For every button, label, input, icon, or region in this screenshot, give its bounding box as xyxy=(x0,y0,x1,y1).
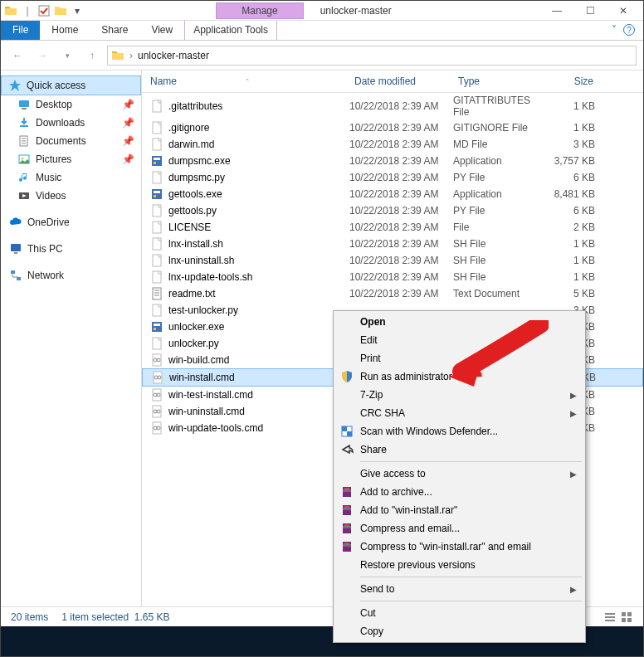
tab-application-tools[interactable]: Application Tools xyxy=(184,21,277,40)
file-row[interactable]: .gitattributes10/22/2018 2:39 AMGITATTRI… xyxy=(142,93,643,119)
file-row[interactable]: lnx-install.sh10/22/2018 2:39 AMSH File1… xyxy=(142,236,643,252)
defender-icon xyxy=(340,425,354,438)
file-row[interactable]: LICENSE10/22/2018 2:39 AMFile2 KB xyxy=(142,219,643,236)
file-row[interactable]: gettools.exe10/22/2018 2:39 AMApplicatio… xyxy=(142,186,643,202)
column-header-size[interactable]: Size xyxy=(549,75,598,87)
file-row[interactable]: lnx-update-tools.sh10/22/2018 2:39 AMSH … xyxy=(142,269,643,285)
file-icon xyxy=(151,371,164,384)
svg-rect-27 xyxy=(153,288,161,299)
context-menu-item[interactable]: Add to archive... xyxy=(335,483,583,501)
sidebar-item-videos[interactable]: Videos xyxy=(1,187,141,205)
sidebar-item-this-pc[interactable]: This PC xyxy=(1,240,141,258)
file-name: win-build.cmd xyxy=(168,354,229,366)
sidebar-item-desktop[interactable]: Desktop📌 xyxy=(1,95,141,114)
context-menu-label: Cut xyxy=(360,607,376,619)
file-row[interactable]: dumpsmc.py10/22/2018 2:39 AMPY File6 KB xyxy=(142,169,643,186)
context-menu-item[interactable]: Send to▶ xyxy=(335,580,583,598)
context-menu-item[interactable]: Edit xyxy=(335,331,583,349)
file-row[interactable]: dumpsmc.exe10/22/2018 2:39 AMApplication… xyxy=(142,153,643,169)
column-header-date[interactable]: Date modified xyxy=(349,75,453,87)
file-icon xyxy=(150,204,163,217)
window-title: unlocker-master xyxy=(304,5,408,17)
help-icon[interactable]: ? xyxy=(623,24,635,36)
maximize-button[interactable]: ☐ xyxy=(573,5,607,17)
file-icon xyxy=(150,388,163,402)
file-icon xyxy=(150,121,163,134)
context-menu-item[interactable]: Scan with Windows Defender... xyxy=(335,422,583,440)
file-tab[interactable]: File xyxy=(1,21,40,40)
file-name: dumpsmc.py xyxy=(168,172,225,183)
svg-rect-22 xyxy=(153,205,161,217)
tab-home[interactable]: Home xyxy=(40,21,90,40)
qat-dropdown-icon[interactable]: ▾ xyxy=(71,4,84,17)
submenu-arrow-icon: ▶ xyxy=(570,585,577,594)
file-name: readme.txt xyxy=(168,288,216,299)
context-menu-item[interactable]: Restore previous versions xyxy=(335,556,583,574)
context-menu-item[interactable]: Share xyxy=(335,440,583,459)
context-menu-item[interactable]: 7-Zip▶ xyxy=(335,386,583,404)
column-header-type[interactable]: Type xyxy=(453,75,549,87)
svg-rect-31 xyxy=(154,328,156,330)
icons-view-button[interactable] xyxy=(620,611,633,624)
breadcrumb[interactable]: unlocker-master xyxy=(138,50,209,61)
sidebar-item-downloads[interactable]: Downloads📌 xyxy=(1,114,141,132)
context-menu-item[interactable]: Cut xyxy=(335,604,583,622)
file-row[interactable]: darwin.md10/22/2018 2:39 AMMD File3 KB xyxy=(142,136,643,153)
close-button[interactable]: ✕ xyxy=(607,5,640,17)
forward-button[interactable]: → xyxy=(32,46,52,66)
address-bar[interactable]: › unlocker-master xyxy=(107,46,637,66)
context-menu-item[interactable]: CRC SHA▶ xyxy=(335,404,583,422)
svg-rect-28 xyxy=(153,304,161,316)
file-name: unlocker.exe xyxy=(168,321,224,333)
tab-share[interactable]: Share xyxy=(90,21,139,40)
file-row[interactable]: gettools.py10/22/2018 2:39 AMPY File6 KB xyxy=(142,202,643,219)
svg-rect-65 xyxy=(344,506,349,508)
file-row[interactable]: readme.txt10/22/2018 2:39 AMText Documen… xyxy=(142,285,643,302)
file-type: Application xyxy=(453,155,549,167)
context-menu-label: Compress and email... xyxy=(360,523,460,534)
file-name: unlocker.py xyxy=(168,338,219,349)
folder-icon[interactable] xyxy=(54,4,67,17)
svg-rect-53 xyxy=(622,618,626,622)
back-button[interactable]: ← xyxy=(7,46,27,66)
file-row[interactable]: .gitignore10/22/2018 2:39 AMGITIGNORE Fi… xyxy=(142,119,643,136)
context-menu-item[interactable]: Run as administrator xyxy=(335,367,583,386)
breadcrumb-separator-icon[interactable]: › xyxy=(129,50,133,61)
minimize-button[interactable]: — xyxy=(540,5,573,17)
file-icon xyxy=(150,187,163,201)
rar-icon xyxy=(340,540,354,553)
context-menu-item[interactable]: Add to "win-install.rar" xyxy=(335,501,583,519)
column-header-name[interactable]: Name ˄ xyxy=(142,75,349,87)
sidebar-item-quick-access[interactable]: Quick access xyxy=(1,75,141,95)
file-name: win-test-install.cmd xyxy=(168,389,253,401)
file-size: 5 KB xyxy=(549,288,598,299)
context-menu-item[interactable]: Compress to "win-install.rar" and email xyxy=(335,538,583,556)
up-button[interactable]: ↑ xyxy=(82,46,102,66)
sidebar-item-music[interactable]: Music xyxy=(1,168,141,187)
context-menu-item[interactable]: Print xyxy=(335,349,583,367)
sidebar-item-pictures[interactable]: Pictures📌 xyxy=(1,150,141,168)
svg-rect-29 xyxy=(152,322,162,332)
file-row[interactable]: lnx-uninstall.sh10/22/2018 2:39 AMSH Fil… xyxy=(142,252,643,269)
ribbon-collapse-icon[interactable]: ˅ xyxy=(612,24,617,36)
submenu-arrow-icon: ▶ xyxy=(570,409,577,418)
file-date: 10/22/2018 2:39 AM xyxy=(349,139,453,150)
sidebar-item-network[interactable]: Network xyxy=(1,266,141,285)
checkbox-icon[interactable] xyxy=(37,4,51,17)
file-icon xyxy=(150,154,163,168)
svg-rect-21 xyxy=(154,195,156,197)
svg-rect-3 xyxy=(20,125,28,127)
context-menu-item[interactable]: Give access to▶ xyxy=(335,465,583,483)
sidebar-item-onedrive[interactable]: OneDrive xyxy=(1,213,141,231)
file-icon xyxy=(150,270,163,284)
context-menu-item[interactable]: Open xyxy=(335,313,583,331)
tab-view[interactable]: View xyxy=(139,21,184,40)
sidebar-item-documents[interactable]: Documents📌 xyxy=(1,132,141,150)
context-menu-item[interactable]: Copy xyxy=(335,622,583,640)
details-view-button[interactable] xyxy=(603,611,617,624)
svg-rect-24 xyxy=(153,238,161,250)
recent-dropdown-icon[interactable]: ▾ xyxy=(57,46,77,66)
file-icon xyxy=(150,237,163,251)
context-menu-item[interactable]: Compress and email... xyxy=(335,519,583,538)
context-menu-label: CRC SHA xyxy=(360,407,405,419)
